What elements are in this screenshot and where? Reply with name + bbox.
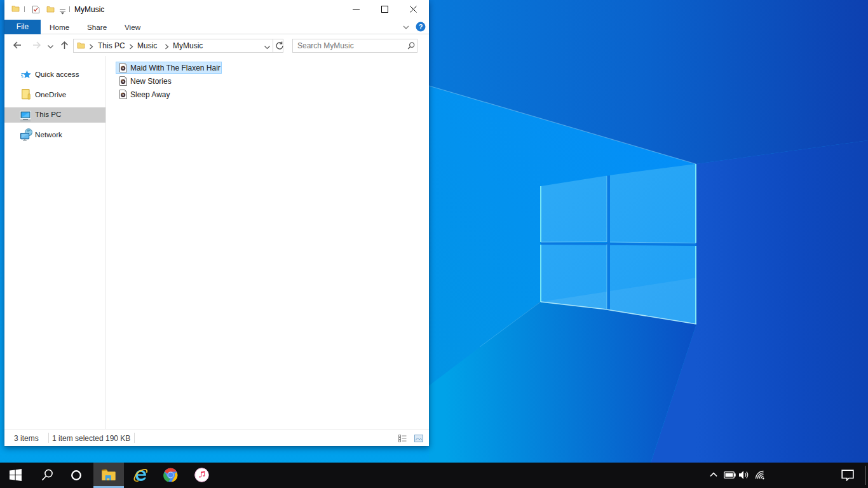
svg-text:?: ? <box>419 23 423 30</box>
